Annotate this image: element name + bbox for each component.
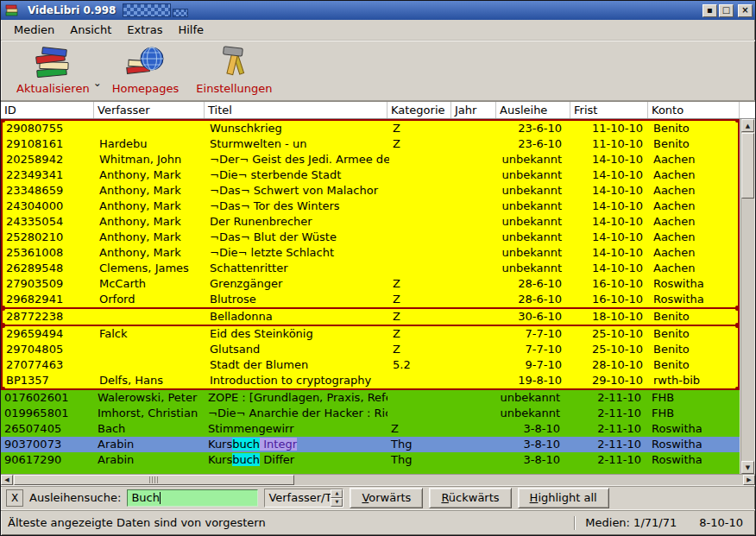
cell-titel: ¬Das¬ Tor des Winters — [206, 199, 389, 214]
column-header-kategorie[interactable]: Kategorie — [387, 102, 451, 118]
cell-kategorie — [389, 167, 453, 183]
cell-frist: 25-10-10 — [572, 326, 650, 342]
spin-up-icon[interactable]: ▲ — [331, 489, 343, 498]
table-row[interactable]: 29080755WunschkriegZ23-6-1011-10-10Benit… — [3, 121, 738, 136]
table-row[interactable]: 29108161HardebuSturmwelten - unZ23-6-101… — [3, 136, 738, 152]
table-row[interactable]: 24335054Anthony, MarkDer Runenbrecherunb… — [3, 214, 738, 230]
close-button[interactable]: × — [738, 4, 753, 17]
cell-id: 29080755 — [3, 121, 96, 136]
cell-titel: ¬Das¬ Blut der Wüste — [206, 230, 389, 245]
app-icon — [5, 4, 19, 16]
cell-verfasser: Walerowski, Peter — [94, 390, 205, 406]
cell-jahr — [451, 452, 496, 468]
column-header-id[interactable]: ID — [1, 102, 94, 118]
cell-titel: Kursbuch Integr — [205, 437, 387, 452]
table-row[interactable]: 22349341Anthony, Mark¬Die¬ sterbende Sta… — [3, 167, 738, 183]
table-row[interactable]: 28772238BelladonnaZ30-6-1018-10-10Benito — [3, 309, 738, 325]
cell-jahr — [453, 309, 498, 325]
titlebar-texture-small — [173, 9, 188, 17]
menu-extras[interactable]: Extras — [119, 21, 170, 39]
status-date: 8-10-10 — [699, 516, 743, 529]
einstellungen-button[interactable]: Einstellungen — [187, 42, 280, 97]
cell-id: 90370073 — [1, 437, 94, 452]
menu-medien[interactable]: Medien — [6, 21, 62, 39]
homepages-button[interactable]: Homepages — [104, 42, 188, 97]
table-row[interactable]: 23348659Anthony, Mark¬Das¬ Schwert von M… — [3, 183, 738, 199]
minimize-button[interactable]: ▪ — [702, 4, 717, 17]
column-header-verfasser[interactable]: Verfasser — [94, 102, 205, 118]
vertical-scrollbar[interactable]: ▲ ▼ — [740, 119, 754, 474]
cell-konto: rwth-bib — [650, 373, 740, 388]
cell-ausleihe: 28-6-10 — [498, 276, 572, 292]
table-row[interactable]: 27077463Stadt der Blumen5.29-7-1028-10-1… — [3, 357, 738, 373]
chevron-down-icon[interactable]: ⌄ — [93, 77, 102, 89]
column-header-jahr[interactable]: Jahr — [451, 102, 496, 118]
scroll-right-icon[interactable]: ▶ — [743, 475, 755, 485]
table-row[interactable]: 27903509McCarthGrenzgängerZ28-6-1016-10-… — [3, 276, 738, 292]
horizontal-scroll-thumb[interactable] — [14, 475, 294, 485]
maximize-button[interactable]: □ — [719, 4, 734, 17]
cell-kategorie — [389, 152, 453, 167]
cell-konto: Roswitha — [650, 292, 740, 307]
cell-id: BP1357 — [3, 373, 96, 388]
status-message: Älteste angezeigte Daten sind von vorges… — [8, 516, 266, 529]
cell-konto: Benito — [650, 309, 740, 325]
status-separator — [574, 516, 575, 530]
table-row[interactable]: 26507405BachStimmengewirrZ3-8-102-11-10R… — [1, 421, 740, 437]
search-label: Ausleihensuche: — [29, 491, 121, 504]
scroll-up-icon[interactable]: ▲ — [741, 119, 754, 132]
table-row[interactable]: 90617290ArabinKursbuch DifferThg3-8-102-… — [1, 452, 740, 468]
cell-titel: ¬Die¬ Anarchie der Hacker : Ric — [205, 406, 387, 421]
horizontal-scrollbar[interactable]: ◀ ▶ — [1, 474, 755, 485]
cell-verfasser — [96, 342, 206, 357]
cell-verfasser — [96, 357, 206, 373]
cell-titel: Glutsand — [206, 342, 389, 357]
search-bar: X Ausleihensuche: Buch Verfasser/T ▲ ▼ V… — [1, 485, 755, 509]
column-header-frist[interactable]: Frist — [570, 102, 648, 118]
table-row[interactable]: 26289548Clemens, JamesSchattenritterunbe… — [3, 261, 738, 276]
cell-konto: Aachen — [650, 245, 740, 261]
menu-hilfe[interactable]: Hilfe — [170, 21, 211, 39]
vertical-scroll-thumb[interactable] — [741, 133, 754, 199]
highlight-all-button[interactable]: Highlight all — [518, 488, 609, 508]
column-header-ausleihe[interactable]: Ausleihe — [496, 102, 570, 118]
table-row[interactable]: 29682941OrfordBlutroseZ28-6-1016-10-10Ro… — [3, 292, 738, 307]
table-row[interactable]: 019965801Imhorst, Christian¬Die¬ Anarchi… — [1, 406, 740, 421]
scroll-left-icon[interactable]: ◀ — [1, 475, 13, 485]
forward-button[interactable]: Vorwärts — [350, 488, 423, 508]
scroll-down-icon[interactable]: ▼ — [741, 461, 754, 474]
backward-button[interactable]: Rückwärts — [429, 488, 511, 508]
spin-down-icon[interactable]: ▼ — [331, 498, 343, 507]
cell-kategorie — [389, 373, 453, 388]
column-header-titel[interactable]: Titel — [205, 102, 387, 118]
cell-ausleihe: 23-6-10 — [498, 136, 572, 152]
cell-konto: Aachen — [650, 183, 740, 199]
cell-titel: ¬Der¬ Geist des Jedi. Armee des — [206, 152, 389, 167]
cell-kategorie: Z — [389, 276, 453, 292]
tools-icon — [213, 44, 255, 80]
table-row[interactable]: 29659494FalckEid des SteinkönigZ7-7-1025… — [3, 326, 738, 342]
close-search-button[interactable]: X — [6, 489, 23, 507]
table-row[interactable]: 29704805GlutsandZ7-7-1025-10-10Benito — [3, 342, 738, 357]
column-header-konto[interactable]: Konto — [648, 102, 740, 118]
cell-kategorie: Thg — [387, 437, 451, 452]
aktualisieren-button[interactable]: Aktualisieren — [8, 42, 98, 97]
cell-verfasser: Falck — [96, 326, 206, 342]
search-field-selector[interactable]: Verfasser/T ▲ ▼ — [264, 489, 343, 508]
cell-titel: Der Runenbrecher — [206, 214, 389, 230]
cell-titel: ¬Die¬ letzte Schlacht — [206, 245, 389, 261]
table-row[interactable]: 25280210Anthony, Mark¬Das¬ Blut der Wüst… — [3, 230, 738, 245]
table-row[interactable]: 20258942Whitman, John¬Der¬ Geist des Jed… — [3, 152, 738, 167]
table-row[interactable]: BP1357Delfs, HansIntroduction to cryptog… — [3, 373, 738, 388]
table-row[interactable]: 90370073ArabinKursbuch IntegrThg3-8-102-… — [1, 437, 740, 452]
cell-verfasser: Arabin — [94, 437, 205, 452]
table-row[interactable]: 017602601Walerowski, PeterZOPE : [Grundl… — [1, 390, 740, 406]
search-input[interactable]: Buch — [127, 489, 258, 507]
table-row[interactable]: 24304000Anthony, Mark¬Das¬ Tor des Winte… — [3, 199, 738, 214]
table-row[interactable]: 25361008Anthony, Mark¬Die¬ letzte Schlac… — [3, 245, 738, 261]
menu-ansicht[interactable]: Ansicht — [62, 21, 119, 39]
titlebar[interactable]: VideLibri 0.998 ▪ □ × — [1, 1, 755, 20]
cell-verfasser: Arabin — [94, 452, 205, 468]
einstellungen-label: Einstellungen — [196, 82, 272, 95]
cell-frist: 16-10-10 — [572, 276, 650, 292]
